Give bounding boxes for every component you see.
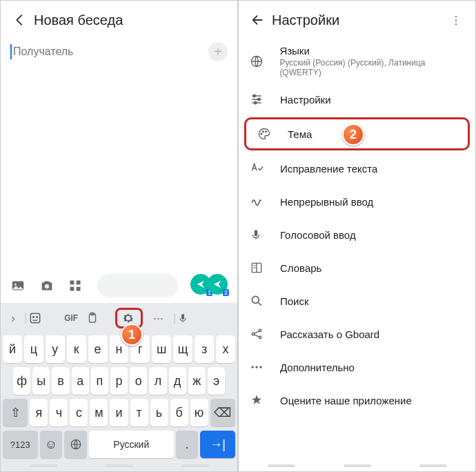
key-и[interactable]: и: [110, 399, 128, 426]
keyboard-row-4: ?123 ☺ Русский . →|: [1, 429, 237, 460]
key-я[interactable]: я: [30, 399, 48, 426]
key-emoji[interactable]: ☺: [40, 431, 63, 458]
key-п[interactable]: п: [91, 367, 108, 395]
key-period[interactable]: .: [176, 431, 199, 458]
key-ы[interactable]: ы: [32, 367, 50, 395]
key-й[interactable]: й: [3, 335, 22, 363]
key-м[interactable]: м: [90, 399, 108, 426]
key-ь[interactable]: ь: [150, 399, 168, 426]
book-icon: [250, 261, 266, 275]
key-backspace[interactable]: ⌫: [210, 399, 235, 426]
step-badge-1: 1: [121, 324, 143, 346]
more-icon[interactable]: ⋯: [144, 312, 172, 324]
key-ф[interactable]: ф: [13, 367, 30, 395]
key-ц[interactable]: ц: [24, 335, 43, 363]
settings-item-label: Исправление текста: [280, 163, 377, 175]
keyboard-row-2: фывапролджэ: [1, 365, 237, 397]
keyboard-row-3: ⇧ячсмитьбю⌫: [1, 397, 237, 429]
svg-point-17: [255, 101, 257, 104]
key-б[interactable]: б: [170, 399, 188, 426]
key-ю[interactable]: ю: [190, 399, 208, 426]
clipboard-icon[interactable]: [86, 311, 114, 325]
topbar: Настройки ⋮: [239, 1, 475, 39]
key-а[interactable]: а: [72, 367, 89, 395]
settings-item-spell[interactable]: Исправление текста: [239, 152, 475, 185]
settings-item-sub: Русский (Россия) (Русский), Латиница (QW…: [279, 58, 464, 77]
add-recipient-button[interactable]: +: [208, 42, 228, 61]
svg-point-20: [266, 131, 267, 132]
key-space[interactable]: Русский: [89, 431, 174, 458]
key-к[interactable]: к: [67, 335, 86, 363]
settings-item-sliders[interactable]: Настройки: [239, 83, 475, 116]
settings-list: ЯзыкиРусский (Россия) (Русский), Латиниц…: [239, 39, 475, 417]
settings-item-star[interactable]: Оцените наше приложение: [239, 384, 475, 417]
settings-item-globe[interactable]: ЯзыкиРусский (Россия) (Русский), Латиниц…: [239, 39, 475, 83]
svg-rect-12: [181, 314, 184, 319]
settings-item-share[interactable]: Рассказать о Gboard: [239, 317, 475, 351]
key-о[interactable]: о: [130, 367, 147, 395]
svg-point-27: [252, 366, 254, 368]
step-badge-2: 2: [342, 124, 364, 146]
svg-point-2: [45, 284, 49, 288]
key-ж[interactable]: ж: [188, 367, 206, 395]
key-з[interactable]: з: [195, 335, 214, 363]
gif-button[interactable]: GIF: [57, 313, 85, 323]
dots-icon: [250, 360, 266, 374]
key-lang[interactable]: [64, 431, 87, 458]
key-е[interactable]: е: [88, 335, 108, 363]
settings-item-dots[interactable]: Дополнительно: [239, 351, 475, 384]
settings-item-label: Поиск: [280, 295, 309, 307]
svg-rect-4: [77, 281, 81, 285]
key-enter[interactable]: →|: [200, 431, 235, 458]
key-в[interactable]: в: [52, 367, 69, 395]
gallery-icon[interactable]: [10, 278, 27, 293]
key-щ[interactable]: щ: [173, 335, 192, 363]
key-л[interactable]: л: [149, 367, 166, 395]
settings-item-gesture[interactable]: Непрерывный ввод: [239, 185, 475, 218]
settings-item-label: Языки: [279, 45, 464, 57]
sliders-icon: [250, 92, 266, 106]
key-р[interactable]: р: [110, 367, 128, 395]
settings-item-mic[interactable]: Голосовой ввод: [239, 218, 475, 251]
nav-bar: [1, 460, 237, 471]
back-icon[interactable]: [6, 6, 34, 34]
key-с[interactable]: с: [70, 399, 88, 426]
settings-item-label: Дополнительно: [280, 362, 355, 373]
key-shift[interactable]: ⇧: [3, 399, 28, 426]
sticker-icon[interactable]: [28, 311, 56, 325]
recipient-input[interactable]: [10, 44, 208, 59]
mic-icon[interactable]: [177, 311, 205, 325]
settings-item-palette[interactable]: Тема2: [244, 117, 470, 150]
keyboard: › | GIF ⋯ | 1 йцукенгшщзх фывапролджэ ⇧я…: [1, 303, 237, 471]
svg-rect-5: [70, 287, 75, 291]
key-х[interactable]: х: [216, 335, 235, 363]
key-ш[interactable]: ш: [152, 335, 171, 363]
globe-icon: [250, 55, 266, 68]
key-д[interactable]: д: [169, 367, 186, 395]
chevron-right-icon[interactable]: ›: [3, 311, 23, 326]
key-т[interactable]: т: [130, 399, 148, 426]
camera-icon[interactable]: [39, 278, 56, 293]
message-input[interactable]: [97, 274, 178, 297]
settings-item-label: Рассказать о Gboard: [280, 328, 379, 340]
phone-left: Новая беседа + 1 2 ›: [0, 0, 238, 472]
apps-icon[interactable]: [68, 279, 85, 293]
settings-item-label: Настройки: [280, 94, 331, 106]
key-ч[interactable]: ч: [50, 399, 68, 426]
key-symbols[interactable]: ?123: [3, 431, 38, 458]
settings-item-label: Оцените наше приложение: [280, 395, 412, 406]
mic-icon: [250, 228, 266, 242]
settings-item-search[interactable]: Поиск: [239, 284, 475, 317]
svg-point-26: [259, 336, 261, 338]
svg-point-24: [252, 333, 254, 335]
key-э[interactable]: э: [208, 367, 225, 395]
settings-item-book[interactable]: Словарь: [239, 251, 475, 284]
back-icon[interactable]: [244, 6, 272, 34]
key-у[interactable]: у: [46, 335, 65, 363]
keyboard-row-1: йцукенгшщзх: [1, 333, 237, 365]
overflow-menu-icon[interactable]: ⋮: [442, 6, 470, 34]
settings-item-label: Словарь: [280, 262, 321, 274]
share-icon: [250, 327, 266, 341]
topbar: Новая беседа: [1, 1, 237, 39]
send-sim2-button[interactable]: 2: [207, 274, 228, 295]
